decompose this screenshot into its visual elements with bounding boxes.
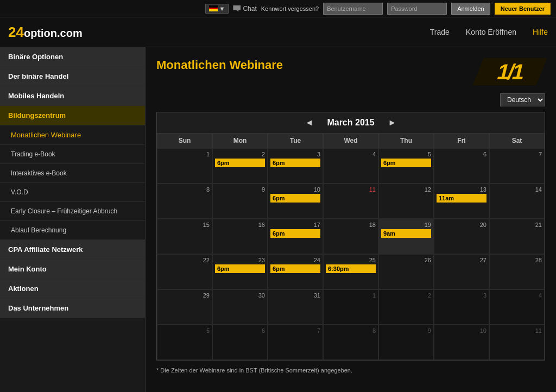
cal-cell-mar14: 14 [489,184,545,219]
cal-date: 12 [381,186,431,193]
day-header-wed: Wed [323,133,378,148]
sidebar-item-das-unternehmen[interactable]: Das Unternehmen [0,299,145,318]
cal-date: 21 [492,222,542,228]
cal-cell-mar24: 246pm [268,254,323,289]
cal-cell-mar16: 16 [212,219,268,254]
cal-cell-mar21: 21 [489,219,545,254]
sidebar-item-mobiles-handeln[interactable]: Mobiles Handeln [0,86,145,106]
sidebar-item-aktionen[interactable]: Aktionen [0,279,145,299]
cal-cell-mar20: 20 [434,219,489,254]
cal-date: 27 [437,257,486,263]
cal-event[interactable]: 6pm [270,159,320,167]
cal-date: 10 [270,186,320,193]
cal-cell-apr11: 11 [489,325,545,360]
calendar-grid: Sun Mon Tue Wed Thu Fri Sat 1 26pm 36pm … [157,133,545,360]
cal-event[interactable]: 6pm [270,264,320,273]
chat-icon [233,5,241,12]
cal-date: 1 [326,292,376,299]
nav-hilfe[interactable]: Hilfe [533,28,548,36]
cal-date: 28 [492,257,542,263]
sidebar-item-early-closure[interactable]: Early Closure – Frühzeitiger Abbruch [0,202,145,221]
cal-cell-mar23: 236pm [212,254,268,289]
password-input[interactable] [387,3,447,15]
cal-cell-mar18: 18 [323,219,378,254]
cal-cell-mar8: 8 [157,184,212,219]
cal-cell-apr4: 4 [489,289,545,325]
cal-date: 7 [492,151,542,157]
cal-cell-mar30: 30 [212,289,268,325]
login-button[interactable]: Anmelden [451,3,490,15]
username-input[interactable] [323,3,383,15]
cal-date: 10 [437,327,486,334]
cal-cell-mar7: 7 [489,148,545,184]
cal-date: 4 [492,292,542,299]
cal-cell-mar26: 26 [378,254,434,289]
cal-cell-apr3: 3 [434,289,489,325]
top-bar: ▼ Chat Kennwort vergessen? Anmelden Neue… [0,0,556,17]
cal-cell-apr5: 5 [157,325,212,360]
sidebar-item-cpa-affiliate[interactable]: CPA Affiliate Netzwerk [0,240,145,260]
calendar-header: ◄ March 2015 ► [157,112,545,133]
cal-date: 18 [326,222,376,228]
calendar-prev-button[interactable]: ◄ [302,118,317,128]
cal-date: 26 [381,257,431,263]
cal-event[interactable]: 6pm [215,264,265,273]
day-header-mon: Mon [212,133,268,148]
cal-cell-apr10: 10 [434,325,489,360]
language-row: Deutsch English [156,93,545,106]
nav-konto[interactable]: Konto Eröffnen [466,28,516,36]
page-header: Monatlichen Webinare 1/1 [156,58,545,85]
cal-cell-apr7: 7 [268,325,323,360]
cal-event[interactable]: 11am [437,194,486,203]
calendar-container: ◄ March 2015 ► Sun Mon Tue Wed Thu Fri S… [156,112,545,361]
chat-button[interactable]: Chat [233,5,256,12]
calendar-next-button[interactable]: ► [386,118,400,128]
cal-cell-mar9: 9 [212,184,268,219]
cal-date: 24 [270,257,320,263]
cal-event[interactable]: 9am [381,229,431,238]
language-select[interactable]: Deutsch English [500,93,545,106]
cal-cell-mar28: 28 [489,254,545,289]
logo: 24option.com [8,24,83,41]
cal-date: 19 [381,222,431,228]
cal-event[interactable]: 6:30pm [326,264,376,273]
logo-domain: option.com [24,27,83,39]
cal-cell-apr8: 8 [323,325,378,360]
language-flag-button[interactable]: ▼ [205,4,229,14]
cal-date: 31 [270,292,320,299]
page-title: Monatlichen Webinare [156,58,283,72]
sidebar-item-bildungszentrum[interactable]: Bildungszentrum [0,106,145,125]
day-header-sat: Sat [489,133,545,148]
cal-event[interactable]: 6pm [215,159,265,167]
nav-trade[interactable]: Trade [430,28,450,36]
sidebar-item-mein-konto[interactable]: Mein Konto [0,260,145,279]
logo-number: 24 [8,24,24,40]
cal-cell-mar22: 22 [157,254,212,289]
sidebar-item-ablauf-berechnung[interactable]: Ablauf Berechnung [0,221,145,240]
nav-bar: 24option.com Trade Konto Eröffnen Hilfe [0,17,556,47]
cal-cell-mar5: 56pm [378,148,434,184]
cal-event[interactable]: 6pm [381,159,431,167]
sidebar-item-trading-ebook[interactable]: Trading e-Book [0,145,145,164]
cal-cell-mar13: 1311am [434,184,489,219]
sidebar-item-der-binaere-handel[interactable]: Der binäre Handel [0,67,145,86]
sidebar-item-vod[interactable]: V.O.D [0,183,145,202]
sidebar-item-interaktives-ebook[interactable]: Interaktives e-Book [0,164,145,183]
cal-date: 13 [437,186,486,193]
sidebar-item-binaere-optionen[interactable]: Binäre Optionen [0,47,145,67]
cal-cell-mar6: 6 [434,148,489,184]
sidebar: Binäre Optionen Der binäre Handel Mobile… [0,47,146,392]
day-header-sun: Sun [157,133,212,148]
cal-date: 17 [270,222,320,228]
flag-dropdown-arrow: ▼ [219,5,225,12]
cal-date: 2 [215,151,265,157]
cal-date: 29 [160,292,210,299]
sidebar-item-monatlichen-webinare[interactable]: Monatlichen Webinare [0,125,145,145]
cal-event[interactable]: 6pm [270,229,320,238]
cal-date: 8 [326,327,376,334]
register-button[interactable]: Neuer Benutzer [495,3,551,15]
cal-date: 5 [381,151,431,157]
cal-event[interactable]: 6pm [270,194,320,203]
cal-date: 6 [215,327,265,334]
cal-cell-mar25: 256:30pm [323,254,378,289]
